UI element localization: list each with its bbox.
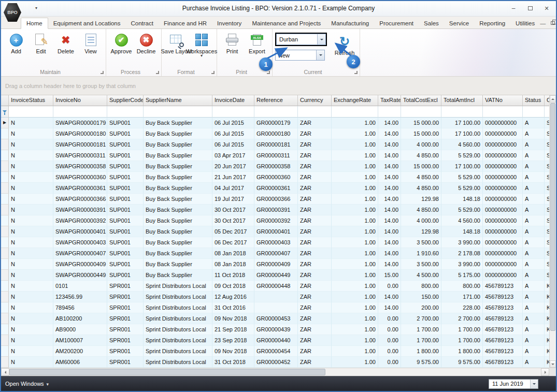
add-button[interactable]: +Add xyxy=(4,31,28,55)
table-row[interactable]: N0101SPR001Sprint Distributors Local09 O… xyxy=(1,281,556,292)
column-header-status[interactable]: Status xyxy=(523,95,545,106)
tab-reporting[interactable]: Reporting xyxy=(474,18,510,28)
tab-service[interactable]: Service xyxy=(444,18,474,28)
site-combo-dropdown-icon[interactable] xyxy=(317,34,325,45)
filter-cell-currency[interactable] xyxy=(298,106,332,118)
scroll-up-icon[interactable] xyxy=(550,95,556,103)
column-header-totalAmtIncl[interactable]: TotalAmtIncl xyxy=(441,95,483,106)
table-row[interactable]: N123456.99SPR001Sprint Distributors Loca… xyxy=(1,292,556,302)
tab-maintenance-and-projects[interactable]: Maintenance and Projects xyxy=(247,18,326,28)
tab-home[interactable]: Home xyxy=(21,18,48,29)
scroll-down-icon[interactable] xyxy=(550,360,556,368)
vertical-scrollbar[interactable] xyxy=(549,95,556,368)
column-header-taxRate[interactable]: TaxRate xyxy=(378,95,401,106)
print-button[interactable]: Print xyxy=(220,31,245,55)
horizontal-scrollbar[interactable] xyxy=(1,368,556,376)
minimize-button[interactable] xyxy=(506,3,521,13)
maximize-button[interactable] xyxy=(523,3,537,13)
filter-cell-exchangeRate[interactable] xyxy=(332,106,378,118)
dialog-launcher-icon[interactable] xyxy=(101,71,104,74)
table-row[interactable]: NSWAPGR00000391SUP001Buy Back Supplier30… xyxy=(1,205,556,215)
column-header-reference[interactable]: Reference xyxy=(254,95,298,106)
vertical-scroll-thumb[interactable] xyxy=(550,103,555,331)
column-header-invoiceNo[interactable]: InvoiceNo xyxy=(53,95,107,106)
table-row[interactable]: NAB100200SPR001Sprint Distributors Local… xyxy=(1,313,556,324)
save-layout-button[interactable]: Save Layout xyxy=(164,31,189,55)
grid-cell-supplierCode: SUP001 xyxy=(107,118,144,128)
tab-finance-and-hr[interactable]: Finance and HR xyxy=(159,18,212,28)
approve-button[interactable]: ✔Approve xyxy=(109,31,134,55)
filter-cell-totalCostExcl[interactable] xyxy=(401,106,441,118)
edit-button[interactable]: ✎Edit xyxy=(28,31,53,55)
close-button[interactable] xyxy=(539,3,554,13)
tab-manufacturing[interactable]: Manufacturing xyxy=(326,18,374,28)
table-row[interactable]: N789456SPR001Sprint Distributors Local31… xyxy=(1,302,556,313)
table-row[interactable]: NSWAPGR00000180SUP001Buy Back Supplier06… xyxy=(1,128,556,139)
filter-cell-invoiceDate[interactable] xyxy=(212,106,254,118)
column-header-vatNo[interactable]: VATNo xyxy=(483,95,523,106)
scroll-right-icon[interactable] xyxy=(541,368,549,376)
filter-cell-invoiceNo[interactable] xyxy=(53,106,107,118)
grid-cell-reference: GR00000409 xyxy=(254,259,298,270)
table-row[interactable]: NAM100007SPR001Sprint Distributors Local… xyxy=(1,335,556,346)
mdi-minimize-button[interactable]: — xyxy=(540,20,546,26)
tab-equipment-and-locations[interactable]: Equipment and Locations xyxy=(48,18,126,28)
view-button[interactable]: View xyxy=(78,31,103,55)
mdi-restore-button[interactable] xyxy=(551,21,555,25)
filter-cell-taxRate[interactable] xyxy=(378,106,401,118)
column-header-supplierCode[interactable]: SupplierCode xyxy=(107,95,144,106)
tab-inventory[interactable]: Inventory xyxy=(212,18,247,28)
table-row[interactable]: NSWAPGR00000311SUP001Buy Back Supplier03… xyxy=(1,150,556,161)
table-row[interactable]: ▶NSWAPGR00000179SUP001Buy Back Supplier0… xyxy=(1,118,556,128)
column-header-currency[interactable]: Currency xyxy=(298,95,332,106)
refresh-button[interactable]: ↻ Refresh xyxy=(332,33,357,57)
filter-cell-reference[interactable] xyxy=(254,106,298,118)
dialog-launcher-icon[interactable] xyxy=(354,71,358,74)
filter-cell-totalAmtIncl[interactable] xyxy=(441,106,483,118)
tab-sales[interactable]: Sales xyxy=(419,18,444,28)
date-dropdown-icon[interactable] xyxy=(530,380,538,388)
workspaces-button[interactable]: Workspaces▾ xyxy=(189,31,214,59)
filter-cell-supplierCode[interactable] xyxy=(107,106,144,118)
tab-contract[interactable]: Contract xyxy=(125,18,158,28)
column-header-invoiceDate[interactable]: InvoiceDate xyxy=(212,95,254,106)
table-row[interactable]: NSWAPGR00000449SUP001Buy Back Supplier11… xyxy=(1,270,556,281)
table-row[interactable]: NSWAPGR00000403SUP001Buy Back Supplier06… xyxy=(1,237,556,248)
table-row[interactable]: NSWAPGR00000366SUP001Buy Back Supplier19… xyxy=(1,194,556,205)
column-header-invoiceStatus[interactable]: InvoiceStatus xyxy=(9,95,53,106)
table-row[interactable]: NAM60006SPR001Sprint Distributors Local3… xyxy=(1,357,556,368)
filter-cell-status[interactable] xyxy=(523,106,545,118)
site-selector-combobox[interactable]: Durban xyxy=(276,34,326,45)
column-header-exchangeRate[interactable]: ExchangeRate xyxy=(332,95,378,106)
scroll-left-icon[interactable] xyxy=(1,368,9,376)
dialog-launcher-icon[interactable] xyxy=(267,71,270,74)
state-combo-dropdown-icon[interactable] xyxy=(316,50,324,60)
column-header-totalCostExcl[interactable]: TotalCostExcl xyxy=(401,95,441,106)
grid-cell-currency: ZAR xyxy=(298,139,332,150)
date-picker[interactable]: 11 Jun 2019 xyxy=(489,379,538,389)
table-row[interactable]: NSWAPGR00000409SUP001Buy Back Supplier08… xyxy=(1,259,556,270)
filter-cell-invoiceStatus[interactable] xyxy=(9,106,53,118)
state-selector-combobox[interactable]: New xyxy=(275,50,325,61)
filter-cell-vatNo[interactable] xyxy=(483,106,523,118)
table-row[interactable]: NSWAPGR00000407SUP001Buy Back Supplier08… xyxy=(1,248,556,259)
table-row[interactable]: NSWAPGR00000358SUP001Buy Back Supplier20… xyxy=(1,161,556,172)
column-header-supplierName[interactable]: SupplierName xyxy=(144,95,212,106)
table-row[interactable]: NAM200200SPR001Sprint Distributors Local… xyxy=(1,346,556,357)
horizontal-scroll-thumb[interactable] xyxy=(9,369,325,375)
delete-button[interactable]: ✖Delete xyxy=(53,31,78,55)
table-row[interactable]: NSWAPGR00000401SUP001Buy Back Supplier05… xyxy=(1,226,556,237)
export-button[interactable]: XLSXExport xyxy=(245,31,269,55)
decline-button[interactable]: ✖Decline xyxy=(134,31,159,55)
table-row[interactable]: NSWAPGR00000360SUP001Buy Back Supplier21… xyxy=(1,172,556,183)
table-row[interactable]: NSWAPGR00000361SUP001Buy Back Supplier04… xyxy=(1,183,556,194)
table-row[interactable]: NSWAPGR00000181SUP001Buy Back Supplier06… xyxy=(1,139,556,150)
tab-procurement[interactable]: Procurement xyxy=(374,18,419,28)
filter-cell-supplierName[interactable] xyxy=(144,106,212,118)
open-windows-button[interactable]: Open Windows xyxy=(5,381,49,387)
table-row[interactable]: NAB9000SPR001Sprint Distributors Local21… xyxy=(1,324,556,335)
dialog-launcher-icon[interactable] xyxy=(211,71,215,74)
table-row[interactable]: NSWAPGR00000392SUP001Buy Back Supplier30… xyxy=(1,215,556,226)
dialog-launcher-icon[interactable] xyxy=(156,71,159,74)
tab-utilities[interactable]: Utilities xyxy=(510,18,540,28)
